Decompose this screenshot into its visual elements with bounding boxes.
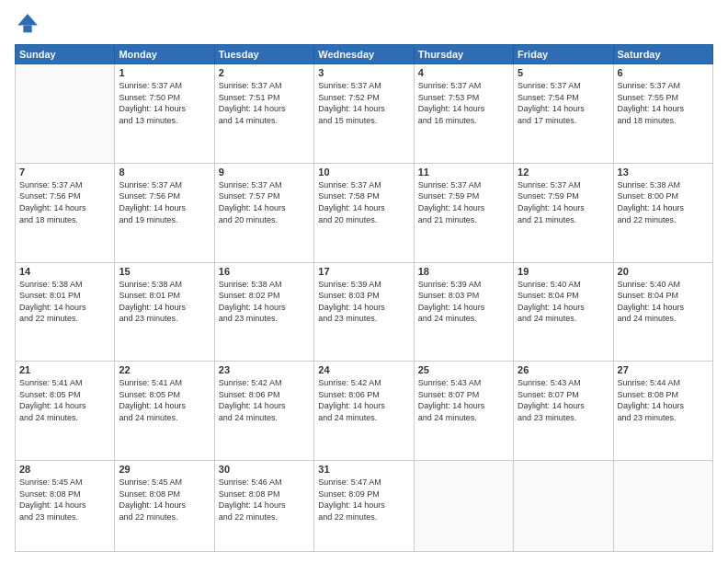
day-number: 23	[219, 364, 310, 375]
calendar-cell: 8Sunrise: 5:37 AM Sunset: 7:56 PM Daylig…	[115, 163, 214, 262]
calendar-cell: 3Sunrise: 5:37 AM Sunset: 7:52 PM Daylig…	[314, 64, 414, 164]
day-number: 18	[418, 266, 509, 277]
calendar-cell: 6Sunrise: 5:37 AM Sunset: 7:55 PM Daylig…	[613, 64, 712, 164]
day-number: 13	[618, 167, 709, 178]
calendar-cell: 12Sunrise: 5:37 AM Sunset: 7:59 PM Dayli…	[514, 163, 613, 262]
day-number: 1	[119, 67, 210, 78]
day-number: 27	[618, 364, 709, 375]
day-number: 9	[219, 167, 310, 178]
calendar-cell: 25Sunrise: 5:43 AM Sunset: 8:07 PM Dayli…	[414, 362, 513, 461]
day-number: 11	[418, 167, 509, 178]
svg-rect-1	[23, 26, 31, 33]
weekday-header-saturday: Saturday	[613, 45, 712, 64]
calendar-cell: 14Sunrise: 5:38 AM Sunset: 8:01 PM Dayli…	[16, 262, 115, 362]
day-info: Sunrise: 5:37 AM Sunset: 7:55 PM Dayligh…	[618, 80, 709, 126]
calendar-cell: 18Sunrise: 5:39 AM Sunset: 8:03 PM Dayli…	[414, 262, 513, 362]
day-number: 17	[318, 266, 409, 277]
day-info: Sunrise: 5:40 AM Sunset: 8:04 PM Dayligh…	[518, 279, 609, 325]
day-info: Sunrise: 5:43 AM Sunset: 8:07 PM Dayligh…	[518, 377, 609, 423]
day-number: 2	[219, 67, 310, 78]
day-number: 16	[219, 266, 310, 277]
calendar-week-5: 28Sunrise: 5:45 AM Sunset: 8:08 PM Dayli…	[16, 461, 713, 552]
day-info: Sunrise: 5:42 AM Sunset: 8:06 PM Dayligh…	[318, 377, 409, 423]
day-info: Sunrise: 5:43 AM Sunset: 8:07 PM Dayligh…	[418, 377, 509, 423]
day-info: Sunrise: 5:40 AM Sunset: 8:04 PM Dayligh…	[618, 279, 709, 325]
weekday-header-wednesday: Wednesday	[314, 45, 414, 64]
calendar-cell: 31Sunrise: 5:47 AM Sunset: 8:09 PM Dayli…	[314, 461, 414, 552]
calendar-cell: 13Sunrise: 5:38 AM Sunset: 8:00 PM Dayli…	[613, 163, 712, 262]
weekday-header-friday: Friday	[514, 45, 613, 64]
day-info: Sunrise: 5:37 AM Sunset: 7:57 PM Dayligh…	[219, 179, 310, 225]
day-number: 22	[119, 364, 210, 375]
calendar-cell: 5Sunrise: 5:37 AM Sunset: 7:54 PM Daylig…	[514, 64, 613, 164]
day-info: Sunrise: 5:41 AM Sunset: 8:05 PM Dayligh…	[19, 377, 110, 423]
calendar-cell: 20Sunrise: 5:40 AM Sunset: 8:04 PM Dayli…	[613, 262, 712, 362]
day-info: Sunrise: 5:45 AM Sunset: 8:08 PM Dayligh…	[19, 477, 110, 523]
calendar-cell: 23Sunrise: 5:42 AM Sunset: 8:06 PM Dayli…	[214, 362, 313, 461]
day-number: 24	[318, 364, 409, 375]
day-number: 5	[518, 67, 609, 78]
weekday-header-monday: Monday	[115, 45, 214, 64]
calendar-week-4: 21Sunrise: 5:41 AM Sunset: 8:05 PM Dayli…	[16, 362, 713, 461]
calendar-cell: 11Sunrise: 5:37 AM Sunset: 7:59 PM Dayli…	[414, 163, 513, 262]
calendar-cell: 2Sunrise: 5:37 AM Sunset: 7:51 PM Daylig…	[214, 64, 313, 164]
calendar-cell: 4Sunrise: 5:37 AM Sunset: 7:53 PM Daylig…	[414, 64, 513, 164]
calendar-cell	[414, 461, 513, 552]
calendar-week-2: 7Sunrise: 5:37 AM Sunset: 7:56 PM Daylig…	[16, 163, 713, 262]
calendar-cell: 22Sunrise: 5:41 AM Sunset: 8:05 PM Dayli…	[115, 362, 214, 461]
weekday-header-sunday: Sunday	[16, 45, 115, 64]
calendar-cell: 19Sunrise: 5:40 AM Sunset: 8:04 PM Dayli…	[514, 262, 613, 362]
day-info: Sunrise: 5:47 AM Sunset: 8:09 PM Dayligh…	[318, 477, 409, 523]
calendar-cell	[16, 64, 115, 164]
day-info: Sunrise: 5:37 AM Sunset: 7:51 PM Dayligh…	[219, 80, 310, 126]
day-info: Sunrise: 5:45 AM Sunset: 8:08 PM Dayligh…	[119, 477, 210, 523]
day-info: Sunrise: 5:38 AM Sunset: 8:02 PM Dayligh…	[219, 279, 310, 325]
day-number: 14	[19, 266, 110, 277]
day-info: Sunrise: 5:44 AM Sunset: 8:08 PM Dayligh…	[618, 377, 709, 423]
calendar-cell: 21Sunrise: 5:41 AM Sunset: 8:05 PM Dayli…	[16, 362, 115, 461]
day-number: 4	[418, 67, 509, 78]
calendar-cell: 10Sunrise: 5:37 AM Sunset: 7:58 PM Dayli…	[314, 163, 414, 262]
calendar-cell: 1Sunrise: 5:37 AM Sunset: 7:50 PM Daylig…	[115, 64, 214, 164]
day-info: Sunrise: 5:37 AM Sunset: 7:50 PM Dayligh…	[119, 80, 210, 126]
day-number: 20	[618, 266, 709, 277]
calendar-cell	[514, 461, 613, 552]
day-info: Sunrise: 5:37 AM Sunset: 7:56 PM Dayligh…	[19, 179, 110, 225]
day-info: Sunrise: 5:39 AM Sunset: 8:03 PM Dayligh…	[418, 279, 509, 325]
day-info: Sunrise: 5:37 AM Sunset: 7:52 PM Dayligh…	[318, 80, 409, 126]
calendar-cell: 17Sunrise: 5:39 AM Sunset: 8:03 PM Dayli…	[314, 262, 414, 362]
day-info: Sunrise: 5:37 AM Sunset: 7:59 PM Dayligh…	[418, 179, 509, 225]
page: SundayMondayTuesdayWednesdayThursdayFrid…	[0, 0, 728, 563]
calendar-cell: 30Sunrise: 5:46 AM Sunset: 8:08 PM Dayli…	[214, 461, 313, 552]
calendar-cell: 9Sunrise: 5:37 AM Sunset: 7:57 PM Daylig…	[214, 163, 313, 262]
header	[15, 11, 713, 37]
day-info: Sunrise: 5:38 AM Sunset: 8:01 PM Dayligh…	[19, 279, 110, 325]
calendar-cell: 26Sunrise: 5:43 AM Sunset: 8:07 PM Dayli…	[514, 362, 613, 461]
day-number: 7	[19, 167, 110, 178]
day-info: Sunrise: 5:38 AM Sunset: 8:01 PM Dayligh…	[119, 279, 210, 325]
day-info: Sunrise: 5:46 AM Sunset: 8:08 PM Dayligh…	[219, 477, 310, 523]
day-number: 30	[219, 464, 310, 475]
calendar-header-row: SundayMondayTuesdayWednesdayThursdayFrid…	[16, 45, 713, 64]
calendar-week-1: 1Sunrise: 5:37 AM Sunset: 7:50 PM Daylig…	[16, 64, 713, 164]
day-info: Sunrise: 5:38 AM Sunset: 8:00 PM Dayligh…	[618, 179, 709, 225]
day-info: Sunrise: 5:37 AM Sunset: 7:53 PM Dayligh…	[418, 80, 509, 126]
calendar-table: SundayMondayTuesdayWednesdayThursdayFrid…	[15, 44, 713, 552]
calendar-cell: 15Sunrise: 5:38 AM Sunset: 8:01 PM Dayli…	[115, 262, 214, 362]
day-number: 21	[19, 364, 110, 375]
day-info: Sunrise: 5:37 AM Sunset: 7:56 PM Dayligh…	[119, 179, 210, 225]
day-number: 28	[19, 464, 110, 475]
day-info: Sunrise: 5:37 AM Sunset: 7:54 PM Dayligh…	[518, 80, 609, 126]
weekday-header-tuesday: Tuesday	[214, 45, 313, 64]
svg-marker-0	[17, 14, 38, 25]
calendar-cell: 7Sunrise: 5:37 AM Sunset: 7:56 PM Daylig…	[16, 163, 115, 262]
weekday-header-thursday: Thursday	[414, 45, 513, 64]
day-number: 3	[318, 67, 409, 78]
calendar-cell: 16Sunrise: 5:38 AM Sunset: 8:02 PM Dayli…	[214, 262, 313, 362]
logo-icon	[15, 11, 40, 37]
day-number: 15	[119, 266, 210, 277]
day-number: 31	[318, 464, 409, 475]
day-number: 10	[318, 167, 409, 178]
day-number: 25	[418, 364, 509, 375]
day-info: Sunrise: 5:42 AM Sunset: 8:06 PM Dayligh…	[219, 377, 310, 423]
